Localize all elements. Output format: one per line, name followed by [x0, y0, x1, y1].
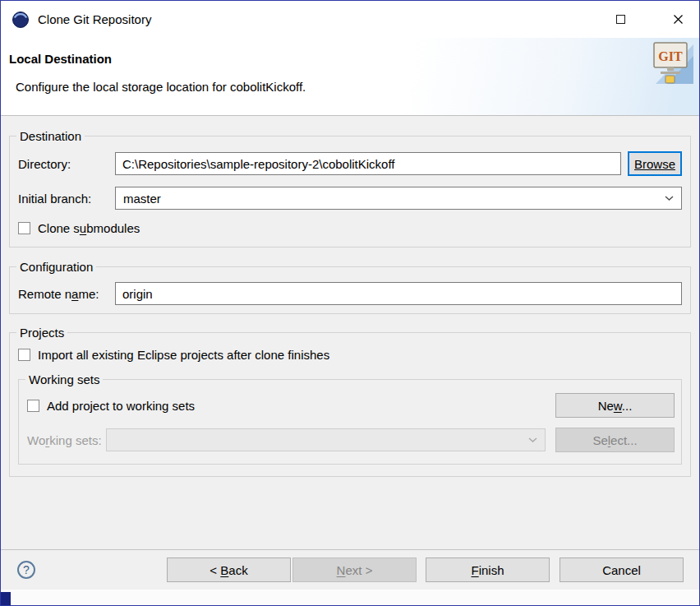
clone-submodules-label[interactable]: Clone submodules [38, 221, 140, 235]
maximize-icon [616, 15, 625, 24]
window-controls [601, 1, 699, 38]
working-sets-select-row: Working sets: Select... [27, 428, 675, 452]
cancel-button-label: Cancel [602, 563, 641, 577]
browse-button-label: Browse [634, 157, 675, 171]
working-sets-combobox [106, 428, 546, 451]
new-working-set-label: New... [598, 399, 633, 413]
titlebar[interactable]: Clone Git Repository [1, 1, 699, 38]
page-description: Configure the local storage location for… [16, 80, 699, 94]
git-banner-text: GIT [658, 49, 683, 63]
select-working-sets-button: Select... [555, 428, 675, 452]
directory-label: Directory: [18, 157, 115, 171]
window-title: Clone Git Repository [38, 12, 151, 26]
initial-branch-value: master [123, 192, 161, 206]
help-button[interactable]: ? [17, 561, 35, 579]
wizard-content: Destination Directory: Browse Initial br… [1, 116, 699, 549]
initial-branch-combobox[interactable]: master [115, 187, 682, 210]
import-projects-label[interactable]: Import all existing Eclipse projects aft… [38, 348, 329, 362]
import-projects-row: Import all existing Eclipse projects aft… [18, 348, 682, 362]
new-working-set-button[interactable]: New... [555, 393, 675, 418]
working-sets-group: Working sets Add project to working sets… [18, 379, 682, 465]
add-to-working-sets-checkbox[interactable] [27, 400, 39, 412]
clone-git-repository-dialog: Clone Git Repository Local Destination C… [0, 0, 700, 606]
close-icon [673, 14, 684, 25]
directory-row: Directory: Browse [18, 151, 682, 176]
clone-submodules-checkbox[interactable] [18, 222, 30, 234]
bottom-strip [1, 590, 699, 605]
next-button-label: Next > [337, 563, 373, 577]
chevron-down-icon [665, 196, 674, 201]
initial-branch-row: Initial branch: master [18, 187, 682, 210]
import-projects-checkbox[interactable] [18, 349, 30, 361]
finish-button[interactable]: Finish [426, 557, 550, 582]
destination-group: Destination Directory: Browse Initial br… [9, 136, 691, 247]
button-bar: ? < Back Next > Finish Cancel [1, 550, 699, 590]
projects-group-label: Projects [16, 326, 67, 340]
configuration-group-label: Configuration [16, 260, 96, 274]
add-working-sets-row: Add project to working sets New... [27, 393, 675, 418]
next-button: Next > [292, 557, 417, 582]
close-button[interactable] [659, 1, 697, 38]
finish-button-label: Finish [471, 563, 504, 577]
add-to-working-sets-label[interactable]: Add project to working sets [47, 399, 195, 413]
chevron-down-icon [528, 437, 537, 442]
wizard-header: Local Destination Configure the local st… [1, 38, 699, 116]
working-sets-label: Working sets: [27, 433, 106, 447]
configuration-group: Configuration Remote name: [9, 266, 691, 314]
page-title: Local Destination [9, 52, 699, 66]
select-working-sets-label: Select... [592, 433, 637, 447]
projects-group: Projects Import all existing Eclipse pro… [9, 332, 691, 477]
remote-name-label: Remote name: [18, 287, 115, 301]
directory-input[interactable] [115, 152, 621, 175]
maximize-button[interactable] [601, 1, 639, 38]
back-button[interactable]: < Back [167, 557, 291, 582]
window-corner-accent [1, 592, 11, 605]
git-banner-icon: GIT [649, 41, 693, 86]
destination-group-label: Destination [16, 129, 85, 143]
app-icon [12, 11, 30, 29]
question-icon: ? [23, 563, 30, 576]
cancel-button[interactable]: Cancel [560, 557, 684, 582]
remote-name-row: Remote name: [18, 282, 682, 305]
clone-submodules-row: Clone submodules [18, 221, 682, 235]
browse-button[interactable]: Browse [628, 151, 682, 176]
working-sets-group-label: Working sets [25, 372, 103, 386]
back-button-label: < Back [210, 563, 247, 577]
remote-name-input[interactable] [115, 282, 682, 305]
initial-branch-label: Initial branch: [18, 192, 115, 206]
